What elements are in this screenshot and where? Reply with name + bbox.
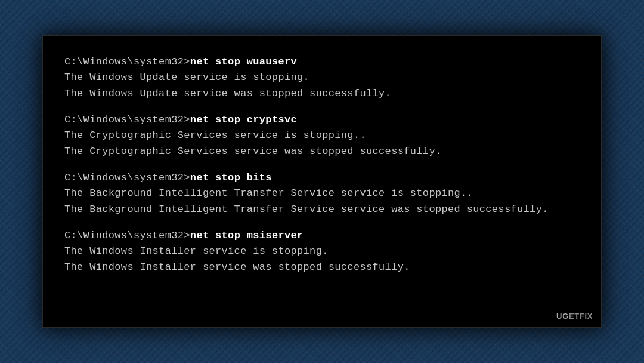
output-line-4-2: The Windows Installer service was stoppe… bbox=[64, 260, 580, 275]
command-text-4: net stop msiserver bbox=[190, 230, 304, 241]
output-line-2-1: The Cryptographic Services service is st… bbox=[64, 128, 580, 143]
terminal-wrapper: C:\Windows\system32>net stop wuauservThe… bbox=[42, 35, 602, 328]
terminal-window: C:\Windows\system32>net stop wuauservThe… bbox=[42, 35, 602, 328]
command-text-3: net stop bits bbox=[190, 172, 272, 183]
output-line-3-2: The Background Intelligent Transfer Serv… bbox=[64, 202, 580, 217]
cmd-block-4: C:\Windows\system32>net stop msiserverTh… bbox=[64, 228, 580, 275]
cmd-line-4: C:\Windows\system32>net stop msiserver bbox=[64, 228, 580, 244]
command-text-2: net stop cryptsvc bbox=[190, 114, 297, 125]
cmd-block-2: C:\Windows\system32>net stop cryptsvcThe… bbox=[64, 112, 580, 159]
cmd-line-3: C:\Windows\system32>net stop bits bbox=[64, 170, 580, 186]
prompt-3: C:\Windows\system32> bbox=[64, 172, 190, 183]
output-line-4-1: The Windows Installer service is stoppin… bbox=[64, 244, 580, 259]
output-line-3-1: The Background Intelligent Transfer Serv… bbox=[64, 186, 580, 201]
output-line-1-1: The Windows Update service is stopping. bbox=[64, 70, 580, 85]
cmd-block-3: C:\Windows\system32>net stop bitsThe Bac… bbox=[64, 170, 580, 217]
output-line-1-2: The Windows Update service was stopped s… bbox=[64, 86, 580, 101]
cmd-line-2: C:\Windows\system32>net stop cryptsvc bbox=[64, 112, 580, 128]
prompt-1: C:\Windows\system32> bbox=[64, 56, 190, 67]
output-line-2-2: The Cryptographic Services service was s… bbox=[64, 144, 580, 159]
prompt-4: C:\Windows\system32> bbox=[64, 230, 190, 241]
cmd-line-1: C:\Windows\system32>net stop wuauserv bbox=[64, 54, 580, 70]
prompt-2: C:\Windows\system32> bbox=[64, 114, 190, 125]
watermark: UGETFIX bbox=[556, 312, 593, 321]
command-text-1: net stop wuauserv bbox=[190, 56, 297, 67]
cmd-block-1: C:\Windows\system32>net stop wuauservThe… bbox=[64, 54, 580, 101]
